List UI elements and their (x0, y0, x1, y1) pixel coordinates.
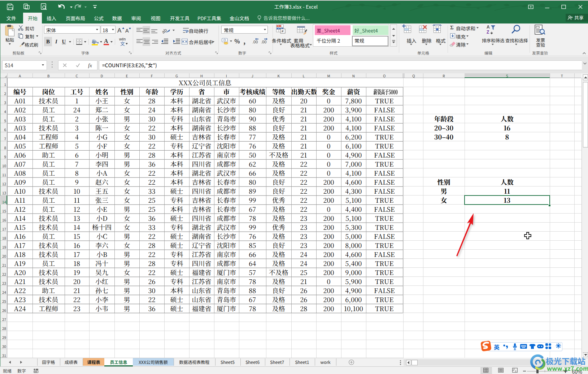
svg-text:A: A (125, 28, 129, 34)
svg-text:.00: .00 (252, 40, 258, 44)
svg-text:A: A (104, 38, 108, 44)
svg-text:.00: .00 (261, 40, 266, 44)
svg-text:A: A (117, 27, 122, 34)
svg-text:A: A (487, 25, 490, 30)
svg-text:文: 文 (120, 40, 125, 47)
svg-text:fx: fx (88, 63, 92, 68)
svg-text:Z: Z (487, 30, 489, 35)
svg-text:≠: ≠ (282, 29, 284, 33)
